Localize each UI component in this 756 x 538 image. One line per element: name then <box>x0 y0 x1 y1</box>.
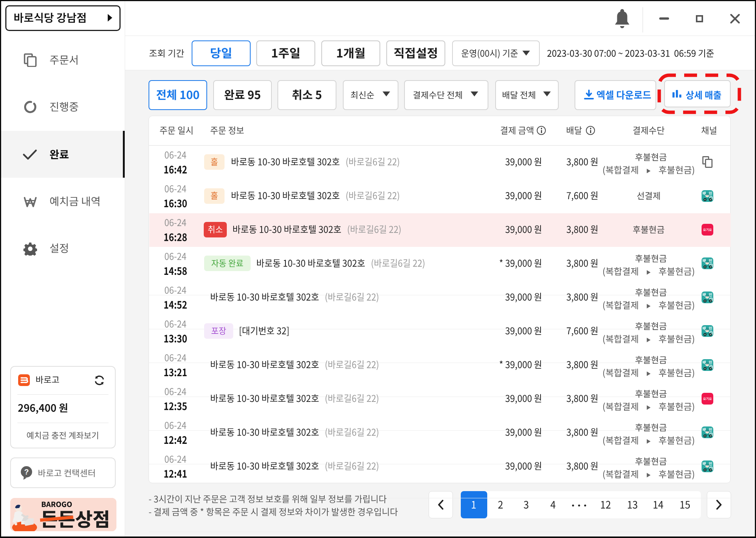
svg-text:?: ? <box>24 468 29 476</box>
